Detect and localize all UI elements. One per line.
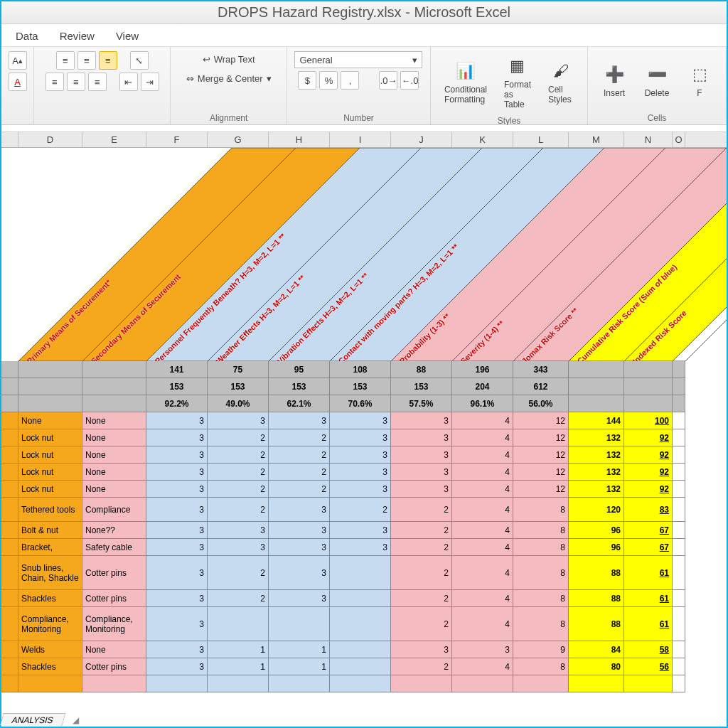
cell[interactable]: Shackles [18,590,82,607]
cell[interactable]: None [82,446,146,464]
summary-cell[interactable]: 49.0% [208,395,269,412]
cell[interactable]: 92 [624,429,673,446]
cell[interactable]: 3 [146,590,208,607]
cell[interactable]: 3 [269,498,330,522]
cell[interactable]: 4 [452,498,513,522]
cell[interactable] [1,556,18,590]
cell[interactable]: 3 [146,522,208,539]
wrap-text-button[interactable]: ↩Wrap Text [198,51,260,68]
cell[interactable]: 2 [269,446,330,464]
cell[interactable]: 3 [391,481,452,498]
col-header[interactable]: D [18,132,82,147]
cell[interactable]: 8 [513,522,569,539]
cell[interactable]: 2 [269,464,330,481]
cell[interactable]: 3 [146,429,208,446]
cell[interactable]: 61 [624,590,673,607]
summary-cell[interactable]: 56.0% [513,395,569,412]
cell[interactable]: 2 [208,481,269,498]
cell[interactable]: 4 [452,446,513,464]
cell[interactable]: 4 [452,539,513,556]
summary-cell[interactable] [569,361,624,378]
cell[interactable]: 3 [391,446,452,464]
cell[interactable]: 2 [208,498,269,522]
cell[interactable]: 2 [269,429,330,446]
summary-cell[interactable] [82,395,146,412]
cell[interactable]: 3 [391,464,452,481]
align-left-icon[interactable]: ≡ [46,73,64,91]
summary-cell[interactable]: 95 [269,361,330,378]
cell[interactable] [146,675,208,692]
col-header[interactable]: I [330,132,391,147]
cell[interactable]: 61 [624,556,673,590]
cell[interactable] [673,481,685,498]
cell[interactable]: 83 [624,498,673,522]
cell[interactable] [673,446,685,464]
currency-icon[interactable]: $ [298,71,316,90]
cell[interactable]: 1 [208,641,269,658]
cell[interactable]: 67 [624,539,673,556]
cell[interactable]: 3 [146,464,208,481]
cell[interactable]: 2 [208,590,269,607]
cell[interactable]: 2 [208,446,269,464]
col-header[interactable]: N [624,132,673,147]
summary-cell[interactable]: 196 [452,361,513,378]
cell[interactable]: 56 [624,658,673,675]
summary-cell[interactable]: 96.1% [452,395,513,412]
cell[interactable] [1,498,18,522]
cell[interactable] [18,675,82,692]
summary-cell[interactable]: 62.1% [269,395,330,412]
cell[interactable]: 12 [513,464,569,481]
cell[interactable]: 8 [513,539,569,556]
cell[interactable]: None?? [82,522,146,539]
summary-cell[interactable] [18,395,82,412]
col-header[interactable]: L [513,132,569,147]
cell[interactable] [1,539,18,556]
decrease-decimal-icon[interactable]: ←.0 [400,71,419,90]
cell[interactable]: None [82,412,146,429]
cell[interactable]: 3 [391,641,452,658]
cell[interactable] [82,675,146,692]
summary-cell[interactable]: 153 [391,378,452,395]
sheet-tab-next-icon[interactable]: ◢ [73,715,79,725]
font-color-icon[interactable]: A [9,73,27,91]
cell[interactable]: 84 [569,641,624,658]
cell[interactable] [1,590,18,607]
cell[interactable] [673,498,685,522]
cell[interactable]: 4 [452,481,513,498]
merge-center-button[interactable]: ⇔Merge & Center▾ [181,70,277,87]
number-format-dropdown[interactable]: General▾ [294,51,422,68]
cell[interactable]: 3 [208,412,269,429]
cell[interactable] [624,675,673,692]
cell[interactable]: Shackles [18,658,82,675]
summary-cell[interactable]: 153 [269,378,330,395]
summary-cell[interactable] [624,361,673,378]
cell[interactable] [673,464,685,481]
cell[interactable]: 80 [569,658,624,675]
summary-cell[interactable]: 612 [513,378,569,395]
cell[interactable] [269,675,330,692]
decrease-indent-icon[interactable]: ⇤ [119,73,138,91]
cell[interactable]: 2 [391,556,452,590]
cell[interactable]: 3 [330,446,391,464]
cell[interactable]: None [82,481,146,498]
cell[interactable]: Lock nut [18,446,82,464]
cell[interactable]: 100 [624,412,673,429]
cell[interactable] [673,641,685,658]
tab-view[interactable]: View [116,30,139,42]
cell[interactable]: Welds [18,641,82,658]
cell[interactable]: Cotter pins [82,556,146,590]
cell[interactable] [673,522,685,539]
cell[interactable]: 3 [391,429,452,446]
cell[interactable] [269,607,330,641]
summary-cell[interactable]: 70.6% [330,395,391,412]
cell[interactable]: 3 [146,641,208,658]
cell[interactable]: 12 [513,446,569,464]
summary-cell[interactable] [624,378,673,395]
cell[interactable]: Bolt & nut [18,522,82,539]
cell[interactable]: 8 [513,498,569,522]
cell[interactable]: Compliance [82,498,146,522]
tab-review[interactable]: Review [60,30,95,42]
cell[interactable]: 1 [208,658,269,675]
summary-cell[interactable] [82,378,146,395]
increase-indent-icon[interactable]: ⇥ [141,73,159,91]
